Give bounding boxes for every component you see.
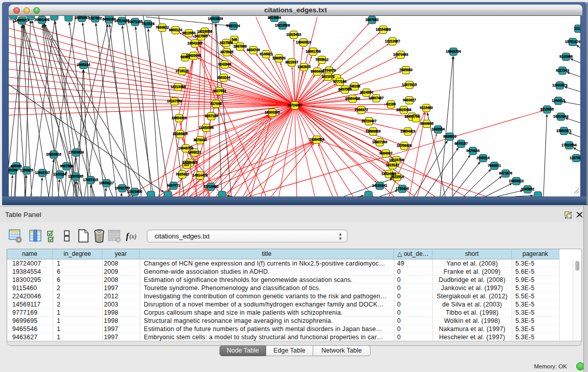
graph-node-label: 8938923 — [443, 135, 456, 138]
graph-edge[interactable] — [497, 191, 520, 196]
graph-node-label: 1244415 — [552, 99, 565, 102]
graph-edge[interactable] — [159, 16, 184, 196]
table-row[interactable]: 977716911998Corpus callosum shape and si… — [7, 309, 559, 317]
table-row[interactable]: 2242004622012Investigating the contribut… — [7, 292, 559, 300]
graph-edge[interactable] — [41, 180, 42, 196]
graph-edge[interactable] — [9, 19, 295, 105]
graph-edge[interactable] — [148, 31, 160, 196]
graph-edge[interactable] — [573, 60, 580, 63]
column-header-title[interactable]: title — [140, 249, 394, 259]
graph-node-label: 1167533 — [570, 156, 580, 160]
cell-name: 9465546 — [12, 325, 37, 333]
graph-edge[interactable] — [220, 143, 311, 196]
graph-node-label: 7857224 — [227, 24, 240, 28]
cell-in_degree: 1 — [57, 309, 60, 317]
graph-node[interactable] — [51, 16, 58, 20]
network-window-titlebar[interactable]: citations_edges.txt — [9, 5, 582, 16]
graph-edge[interactable] — [452, 164, 478, 196]
table-row[interactable]: 946554611997Estimation of the future num… — [7, 325, 559, 333]
scrollbar-thumb[interactable] — [575, 261, 579, 271]
graph-edge[interactable] — [229, 196, 233, 196]
graph-edge[interactable] — [442, 157, 469, 196]
graph-edge[interactable] — [567, 87, 580, 92]
graph-node[interactable] — [534, 192, 542, 197]
cell-in_degree: 1 — [57, 333, 60, 341]
table-vertical-scrollbar[interactable] — [573, 259, 581, 341]
graph-edge[interactable] — [136, 29, 151, 196]
graph-edge[interactable] — [123, 28, 141, 196]
graph-edge[interactable] — [565, 102, 580, 105]
graph-edge[interactable] — [26, 178, 26, 196]
tab-network-table[interactable]: Network Table — [313, 345, 371, 356]
column-header-short[interactable]: short — [432, 249, 512, 259]
tab-edge-table[interactable]: Edge Table — [266, 345, 313, 356]
table-row[interactable]: 911546021997Tourette syndrome. Phenomeno… — [7, 284, 559, 292]
graph-node[interactable] — [365, 191, 373, 197]
new-document-icon[interactable] — [77, 229, 90, 243]
graph-edge[interactable] — [486, 184, 510, 196]
graph-edge[interactable] — [571, 134, 580, 137]
delete-icon[interactable] — [93, 229, 106, 243]
graph-node-label: 16648794 — [446, 50, 461, 53]
graph-edge[interactable] — [84, 16, 114, 196]
column-header-out_de[interactable]: △ out_de… — [394, 249, 432, 259]
graph-edge[interactable] — [570, 73, 580, 77]
float-panel-icon[interactable] — [564, 211, 572, 219]
graph-edge[interactable] — [143, 16, 169, 196]
cell-out_degree: 0 — [397, 292, 401, 300]
graph-node[interactable] — [219, 191, 226, 197]
graph-edge[interactable] — [105, 190, 106, 196]
table-row[interactable]: 1872400712008Changes of HCN gene express… — [7, 259, 559, 268]
svg-text:(x): (x) — [129, 233, 136, 240]
graph-edge[interactable] — [464, 171, 489, 196]
close-panel-icon[interactable] — [576, 211, 583, 218]
graph-edge[interactable] — [246, 144, 312, 196]
graph-edge[interactable] — [409, 115, 425, 196]
table-row[interactable]: 946362711997Embryonic stem cells: a mode… — [7, 333, 559, 341]
show-column-icon[interactable] — [29, 229, 42, 243]
graph-edge[interactable] — [65, 173, 66, 196]
table-row[interactable]: 1938455462009Genome-wide association stu… — [7, 268, 559, 276]
graph-node[interactable] — [65, 16, 73, 21]
column-header-pagerank[interactable]: pagerank — [512, 249, 559, 259]
select-rows-icon[interactable] — [46, 229, 59, 243]
graph-edge[interactable] — [475, 178, 499, 196]
graph-edge[interactable] — [543, 117, 547, 196]
graph-node-label: 19166829 — [172, 132, 188, 136]
function-builder-icon[interactable]: f(x) — [125, 229, 138, 243]
network-view-window[interactable]: citations_edges.txt 14055714206914061065… — [2, 2, 586, 205]
table-panel-header: Table Panel — [0, 206, 583, 222]
column-header-in_degree[interactable]: in_degree — [53, 249, 102, 259]
cell-pagerank: 5.3E-5 — [515, 333, 534, 341]
graph-edge[interactable] — [568, 119, 580, 123]
graph-edge[interactable] — [514, 196, 531, 196]
node-table[interactable]: namein_degreeyeartitle△ out_de…shortpage… — [7, 249, 582, 346]
graph-edge[interactable] — [96, 26, 117, 196]
graph-node[interactable] — [164, 191, 172, 197]
tab-node-table[interactable]: Node Table — [220, 345, 266, 356]
graph-edge[interactable] — [11, 178, 12, 196]
table-settings-icon[interactable] — [9, 229, 22, 243]
graph-edge[interactable] — [200, 59, 295, 105]
table-row[interactable]: 969969511998Structural magnetic resonanc… — [7, 317, 559, 325]
graph-edge[interactable] — [576, 149, 580, 151]
cell-year: 2008 — [104, 276, 118, 284]
graph-edge[interactable] — [216, 105, 295, 196]
column-header-year[interactable]: year — [102, 249, 140, 259]
table-row[interactable]: 1830029562008Estimation of significance … — [7, 276, 559, 284]
graph-node[interactable] — [147, 191, 155, 197]
graph-edge[interactable] — [91, 187, 91, 196]
graph-edge[interactable] — [358, 196, 361, 196]
graph-edge[interactable] — [414, 143, 446, 196]
table-select-dropdown[interactable]: citations_edges.txt ▲▼ — [147, 230, 347, 243]
merge-cells-icon[interactable] — [60, 229, 74, 243]
graph-edge[interactable] — [389, 114, 424, 196]
column-header-name[interactable]: name — [7, 249, 53, 259]
graph-edge[interactable] — [295, 104, 384, 105]
network-canvas[interactable]: 1405571420691406106532671527602646616010… — [9, 16, 580, 196]
graph-edge[interactable] — [578, 47, 580, 48]
table-row[interactable]: 1456911722003Disruption of a novel membe… — [7, 300, 559, 309]
graph-edge[interactable] — [159, 62, 192, 196]
window-resize-grip[interactable] — [572, 188, 579, 195]
graph-edge[interactable] — [452, 59, 453, 196]
